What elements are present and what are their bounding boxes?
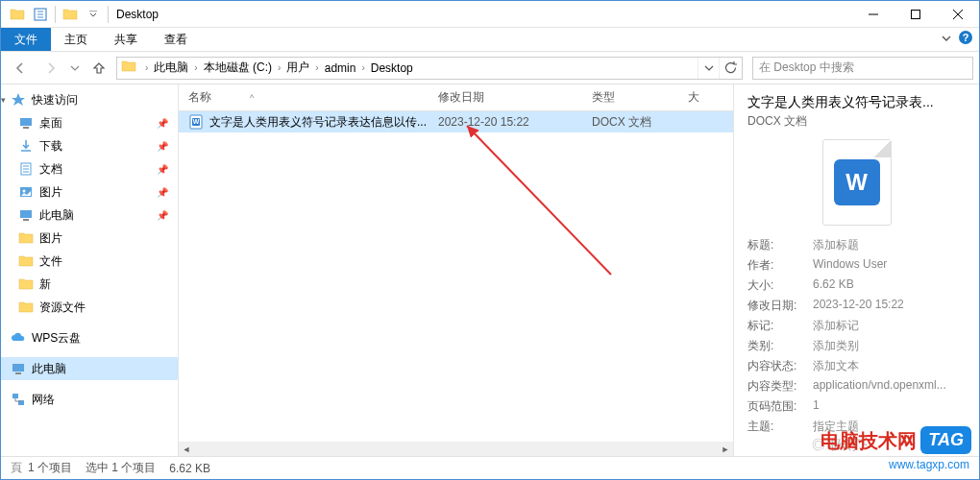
status-bar: 頁 1 个项目 选中 1 个项目 6.62 KB — [1, 456, 979, 479]
maximize-button[interactable] — [894, 1, 937, 28]
open-folder-icon[interactable] — [60, 4, 81, 25]
horizontal-scrollbar[interactable]: ◄ ► — [179, 442, 733, 457]
properties-icon[interactable] — [30, 4, 51, 25]
sidebar-item[interactable]: 文档📌 — [1, 157, 178, 180]
address-dropdown-icon[interactable] — [698, 58, 719, 79]
property-value[interactable]: Windows User — [813, 257, 966, 274]
minimize-button[interactable] — [852, 1, 894, 28]
quick-access-group[interactable]: ▾ 快速访问 — [1, 88, 178, 111]
svg-rect-12 — [15, 372, 21, 374]
sort-indicator-icon: ^ — [250, 93, 254, 103]
crumb-admin[interactable]: admin — [322, 58, 359, 79]
tab-share[interactable]: 共享 — [101, 28, 151, 51]
property-label: 修改日期: — [747, 298, 807, 314]
sidebar-item[interactable]: 文件 — [1, 250, 178, 273]
close-button[interactable] — [937, 1, 979, 28]
file-date: 2023-12-20 15:22 — [429, 115, 582, 129]
property-label: 内容状态: — [747, 358, 807, 374]
crumb-drive[interactable]: 本地磁盘 (C:) — [201, 58, 275, 79]
scroll-right-icon[interactable]: ► — [718, 442, 733, 457]
property-grid: 标题:添加标题作者:Windows User大小:6.62 KB修改日期:202… — [747, 237, 966, 435]
doc-icon — [18, 161, 34, 177]
word-icon: W — [834, 159, 880, 205]
refresh-icon[interactable] — [719, 58, 740, 79]
sidebar-item[interactable]: 桌面📌 — [1, 111, 178, 134]
search-input[interactable]: 在 Desktop 中搜索 — [752, 57, 973, 80]
recent-dropdown-icon[interactable] — [68, 55, 82, 82]
property-value[interactable]: 添加文本 — [813, 358, 966, 374]
chevron-right-icon[interactable]: › — [358, 62, 367, 73]
chevron-right-icon[interactable]: › — [275, 62, 283, 73]
up-button[interactable] — [86, 55, 112, 82]
folder-icon[interactable] — [7, 4, 28, 25]
sidebar-item[interactable]: 图片📌 — [1, 180, 178, 204]
window-title: Desktop — [116, 8, 159, 21]
preview-title: 文字是人类用表义符号记录表... — [747, 94, 966, 111]
property-value[interactable]: 1 — [813, 398, 966, 415]
sidebar-item[interactable]: 图片 — [1, 227, 178, 250]
sidebar-item-label: 文件 — [39, 253, 62, 270]
help-icon[interactable]: ? — [958, 30, 973, 49]
sidebar-item-wps[interactable]: WPS云盘 — [1, 326, 178, 349]
svg-point-8 — [23, 190, 26, 193]
property-value[interactable]: 2023-12-20 15:22 — [813, 298, 966, 314]
sidebar-label: 网络 — [32, 392, 55, 408]
chevron-right-icon[interactable]: › — [312, 62, 321, 73]
crumb-desktop[interactable]: Desktop — [368, 58, 416, 79]
location-folder-icon — [121, 59, 140, 78]
file-tab[interactable]: 文件 — [1, 28, 51, 51]
chevron-down-icon[interactable]: ▾ — [1, 95, 11, 105]
preview-thumbnail: W — [822, 139, 892, 226]
crumb-users[interactable]: 用户 — [283, 58, 312, 79]
forward-button[interactable] — [37, 55, 64, 82]
property-value[interactable]: 添加类别 — [813, 338, 966, 354]
navigation-bar: › 此电脑 › 本地磁盘 (C:) › 用户 › admin › Desktop… — [1, 52, 979, 84]
sidebar-item-label: 新 — [39, 276, 51, 293]
sidebar-item[interactable]: 此电脑📌 — [1, 204, 178, 227]
property-value[interactable]: 添加标记 — [813, 318, 966, 334]
status-selected: 选中 1 个项目 — [86, 460, 156, 476]
address-bar[interactable]: › 此电脑 › 本地磁盘 (C:) › 用户 › admin › Desktop — [116, 57, 743, 80]
back-button[interactable] — [7, 55, 34, 82]
watermark-url: www.tagxp.com — [889, 458, 969, 471]
scroll-left-icon[interactable]: ◄ — [179, 442, 194, 457]
file-row[interactable]: W 文字是人类用表义符号记录表达信息以传... 2023-12-20 15:22… — [179, 111, 733, 132]
property-value[interactable]: 6.62 KB — [813, 277, 966, 294]
pin-icon: 📌 — [157, 210, 168, 221]
sidebar-item-label: 图片 — [39, 230, 62, 247]
chevron-right-icon[interactable]: › — [142, 62, 151, 73]
crumb-this-pc[interactable]: 此电脑 — [151, 58, 191, 79]
sidebar-item-label: 下载 — [39, 138, 62, 155]
navigation-pane[interactable]: ▾ 快速访问 桌面📌下载📌文档📌图片📌此电脑📌图片文件新资源文件 WPS云盘 此… — [1, 84, 179, 457]
sidebar-item[interactable]: 下载📌 — [1, 134, 178, 157]
ribbon-expand-icon[interactable] — [941, 31, 952, 48]
chevron-right-icon[interactable]: › — [191, 62, 200, 73]
sidebar-item-label: 桌面 — [39, 115, 62, 132]
file-list-body[interactable]: W 文字是人类用表义符号记录表达信息以传... 2023-12-20 15:22… — [179, 111, 733, 442]
sidebar-item[interactable]: 新 — [1, 273, 178, 296]
qat-dropdown-icon[interactable] — [83, 4, 104, 25]
column-type[interactable]: 类型 — [582, 84, 678, 110]
file-list: 名称^ 修改日期 类型 大 W 文字是人类用表义符号记录表达信息以传... 20… — [179, 84, 734, 457]
property-value[interactable]: 添加标题 — [813, 237, 966, 253]
sidebar-item-network[interactable]: 网络 — [1, 388, 178, 411]
property-value[interactable]: application/vnd.openxml... — [813, 378, 966, 395]
column-size[interactable]: 大 — [678, 84, 733, 110]
property-label: 作者: — [747, 257, 807, 274]
sidebar-label: 快速访问 — [32, 92, 78, 108]
network-icon — [11, 392, 26, 407]
sidebar-item-this-pc[interactable]: 此电脑 — [1, 357, 178, 380]
column-date[interactable]: 修改日期 — [429, 84, 582, 110]
column-headers: 名称^ 修改日期 类型 大 — [179, 84, 733, 111]
column-name[interactable]: 名称^ — [179, 84, 429, 110]
sidebar-item[interactable]: 资源文件 — [1, 296, 178, 319]
property-label: 标题: — [747, 237, 807, 253]
property-label: 内容类型: — [747, 378, 807, 395]
tab-home[interactable]: 主页 — [51, 28, 101, 51]
svg-rect-9 — [20, 210, 32, 218]
download-icon — [18, 138, 34, 154]
quick-access-toolbar — [1, 4, 110, 25]
property-value[interactable]: 指定主题 — [813, 419, 966, 435]
svg-text:?: ? — [963, 32, 969, 43]
tab-view[interactable]: 查看 — [151, 28, 201, 51]
